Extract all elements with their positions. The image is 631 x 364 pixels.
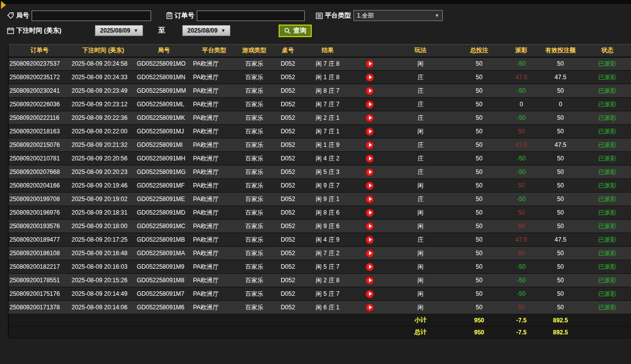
round-cell: GD052258091MI bbox=[136, 138, 192, 152]
result-cell: 闲 7 庄 7 bbox=[304, 98, 352, 111]
payout-cell: -50 bbox=[506, 274, 538, 287]
payout-cell: -50 bbox=[506, 260, 538, 274]
game-type-cell: 百家乐 bbox=[236, 111, 273, 125]
replay-cell bbox=[352, 71, 388, 84]
play-type-cell: 庄 bbox=[388, 165, 453, 179]
game-type-cell: 百家乐 bbox=[236, 206, 273, 220]
replay-play-icon[interactable] bbox=[365, 168, 374, 176]
query-button[interactable]: 查询 bbox=[279, 25, 312, 37]
play-type-cell: 庄 bbox=[388, 193, 453, 206]
date-from-button[interactable]: 2025/08/09 ▼ bbox=[95, 25, 143, 36]
game-type-cell: 百家乐 bbox=[236, 84, 273, 98]
replay-play-icon[interactable] bbox=[365, 60, 374, 68]
replay-play-icon[interactable] bbox=[365, 114, 374, 122]
valid-bet-cell: 47.5 bbox=[538, 71, 584, 84]
valid-bet-cell: 47.5 bbox=[538, 233, 584, 247]
status-cell: 已派彩 bbox=[584, 247, 631, 260]
valid-bet-cell: 50 bbox=[538, 84, 584, 98]
game-type-cell: 百家乐 bbox=[236, 152, 273, 165]
table-row: 2508092002375372025-08-09 20:24:58GD0522… bbox=[9, 57, 631, 71]
total-row: 总计 950 -7.5 892.5 bbox=[9, 326, 631, 338]
column-header: 派彩 bbox=[506, 45, 538, 57]
replay-play-icon[interactable] bbox=[365, 100, 374, 109]
game-type-cell: 百家乐 bbox=[236, 165, 273, 179]
order-cell: 250809200186108 bbox=[9, 247, 71, 260]
subtotal-spacer bbox=[9, 314, 388, 326]
total-bet-cell: 50 bbox=[453, 274, 506, 287]
table-row: 2508092001713782025-08-09 20:14:06GD0522… bbox=[9, 301, 631, 314]
tag-icon bbox=[7, 12, 14, 19]
payout-cell: -50 bbox=[506, 287, 538, 301]
collapse-arrow-icon[interactable] bbox=[1, 1, 6, 9]
order-number-input[interactable] bbox=[197, 11, 305, 21]
result-cell: 闲 1 庄 8 bbox=[304, 71, 352, 84]
play-type-cell: 闲 bbox=[388, 125, 453, 138]
replay-play-icon[interactable] bbox=[365, 209, 374, 217]
replay-play-icon[interactable] bbox=[365, 141, 374, 149]
replay-play-icon[interactable] bbox=[365, 154, 374, 163]
table-row: 2508092002041662025-08-09 20:19:46GD0522… bbox=[9, 179, 631, 193]
payout-cell: -50 bbox=[506, 57, 538, 71]
query-button-label: 查询 bbox=[293, 26, 306, 35]
round-cell: GD052258091M7 bbox=[136, 287, 192, 301]
replay-play-icon[interactable] bbox=[365, 290, 374, 298]
replay-play-icon[interactable] bbox=[365, 276, 374, 285]
dropdown-arrow-icon: ▼ bbox=[134, 28, 138, 33]
platform-cell: PA欧洲厅 bbox=[192, 233, 236, 247]
status-cell: 已派彩 bbox=[584, 287, 631, 301]
table-number-cell: D052 bbox=[273, 206, 304, 220]
replay-play-icon[interactable] bbox=[365, 236, 374, 244]
date-from-value: 2025/08/09 bbox=[100, 27, 130, 34]
replay-cell bbox=[352, 260, 388, 274]
game-type-cell: 百家乐 bbox=[236, 301, 273, 314]
total-valid-bet: 892.5 bbox=[538, 326, 584, 338]
status-cell: 已派彩 bbox=[584, 260, 631, 274]
date-to-button[interactable]: 2025/08/09 ▼ bbox=[182, 25, 230, 36]
bet-time-cell: 2025-08-09 20:22:36 bbox=[71, 111, 136, 125]
status-cell: 已派彩 bbox=[584, 98, 631, 111]
play-type-cell: 庄 bbox=[388, 138, 453, 152]
platform-cell: PA欧洲厅 bbox=[192, 193, 236, 206]
dropdown-arrow-icon: ▼ bbox=[221, 28, 225, 33]
bet-time-cell: 2025-08-09 20:24:58 bbox=[71, 57, 136, 71]
replay-cell bbox=[352, 301, 388, 314]
payout-cell: 47.5 bbox=[506, 233, 538, 247]
platform-cell: PA欧洲厅 bbox=[192, 152, 236, 165]
order-cell: 250809200222116 bbox=[9, 111, 71, 125]
round-number-input[interactable] bbox=[32, 11, 151, 21]
order-cell: 250809200210781 bbox=[9, 152, 71, 165]
date-to-value: 2025/08/09 bbox=[187, 27, 217, 34]
table-row: 2508092002260362025-08-09 20:23:12GD0522… bbox=[9, 98, 631, 111]
play-type-cell: 庄 bbox=[388, 111, 453, 125]
valid-bet-cell: 50 bbox=[538, 111, 584, 125]
column-header: 桌号 bbox=[273, 45, 304, 57]
subtotal-valid-bet: 892.5 bbox=[538, 314, 584, 326]
replay-cell bbox=[352, 220, 388, 233]
bet-time-cell: 2025-08-09 20:17:25 bbox=[71, 233, 136, 247]
replay-play-icon[interactable] bbox=[365, 181, 374, 190]
replay-play-icon[interactable] bbox=[365, 73, 374, 82]
replay-play-icon[interactable] bbox=[365, 87, 374, 95]
status-cell: 已派彩 bbox=[584, 152, 631, 165]
replay-play-icon[interactable] bbox=[365, 127, 374, 136]
platform-cell: PA欧洲厅 bbox=[192, 274, 236, 287]
replay-play-icon[interactable] bbox=[365, 249, 374, 258]
replay-play-icon[interactable] bbox=[365, 222, 374, 231]
bet-time-cell: 2025-08-09 20:19:02 bbox=[71, 193, 136, 206]
play-type-cell: 闲 bbox=[388, 274, 453, 287]
valid-bet-cell: 50 bbox=[538, 274, 584, 287]
platform-type-select[interactable]: 1.全部 ▼ bbox=[353, 10, 443, 21]
replay-play-icon[interactable] bbox=[365, 263, 374, 271]
replay-cell bbox=[352, 179, 388, 193]
replay-play-icon[interactable] bbox=[365, 303, 374, 312]
result-cell: 闲 7 庄 2 bbox=[304, 247, 352, 260]
payout-cell: 50 bbox=[506, 247, 538, 260]
platform-cell: PA欧洲厅 bbox=[192, 125, 236, 138]
order-cell: 250809200193576 bbox=[9, 220, 71, 233]
platform-cell: PA欧洲厅 bbox=[192, 206, 236, 220]
table-number-cell: D052 bbox=[273, 98, 304, 111]
bet-time-cell: 2025-08-09 20:18:31 bbox=[71, 206, 136, 220]
table-number-cell: D052 bbox=[273, 57, 304, 71]
replay-cell bbox=[352, 57, 388, 71]
replay-play-icon[interactable] bbox=[365, 195, 374, 204]
